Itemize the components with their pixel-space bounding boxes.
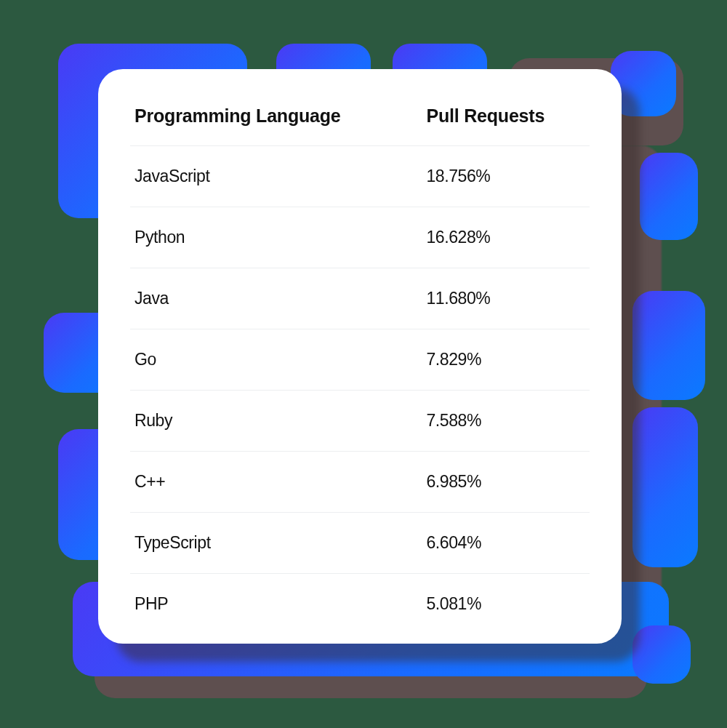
cell-pull-requests: 18.756%	[406, 146, 590, 207]
table-row: JavaScript 18.756%	[130, 146, 590, 207]
cell-language: C++	[130, 452, 406, 513]
cell-pull-requests: 11.680%	[406, 268, 590, 329]
table-row: Ruby 7.588%	[130, 391, 590, 452]
cell-language: Go	[130, 329, 406, 391]
cell-pull-requests: 6.985%	[406, 452, 590, 513]
table-row: Java 11.680%	[130, 268, 590, 329]
cell-language: Ruby	[130, 391, 406, 452]
table-row: C++ 6.985%	[130, 452, 590, 513]
language-table: Programming Language Pull Requests JavaS…	[130, 97, 590, 634]
cell-language: Python	[130, 207, 406, 268]
column-header-pull-requests: Pull Requests	[406, 97, 590, 146]
cell-pull-requests: 16.628%	[406, 207, 590, 268]
cell-pull-requests: 6.604%	[406, 513, 590, 574]
decoration-blob	[640, 153, 698, 240]
table-row: Go 7.829%	[130, 329, 590, 391]
cell-language: JavaScript	[130, 146, 406, 207]
cell-language: TypeScript	[130, 513, 406, 574]
data-table-card: Programming Language Pull Requests JavaS…	[98, 69, 622, 644]
table-row: TypeScript 6.604%	[130, 513, 590, 574]
cell-language: PHP	[130, 574, 406, 635]
table-header-row: Programming Language Pull Requests	[130, 97, 590, 146]
decoration-blob	[632, 625, 691, 684]
table-row: Python 16.628%	[130, 207, 590, 268]
column-header-language: Programming Language	[130, 97, 406, 146]
table-row: PHP 5.081%	[130, 574, 590, 635]
cell-pull-requests: 7.588%	[406, 391, 590, 452]
cell-language: Java	[130, 268, 406, 329]
cell-pull-requests: 5.081%	[406, 574, 590, 635]
decoration-blob	[632, 291, 705, 400]
decoration-blob	[632, 407, 698, 567]
cell-pull-requests: 7.829%	[406, 329, 590, 391]
